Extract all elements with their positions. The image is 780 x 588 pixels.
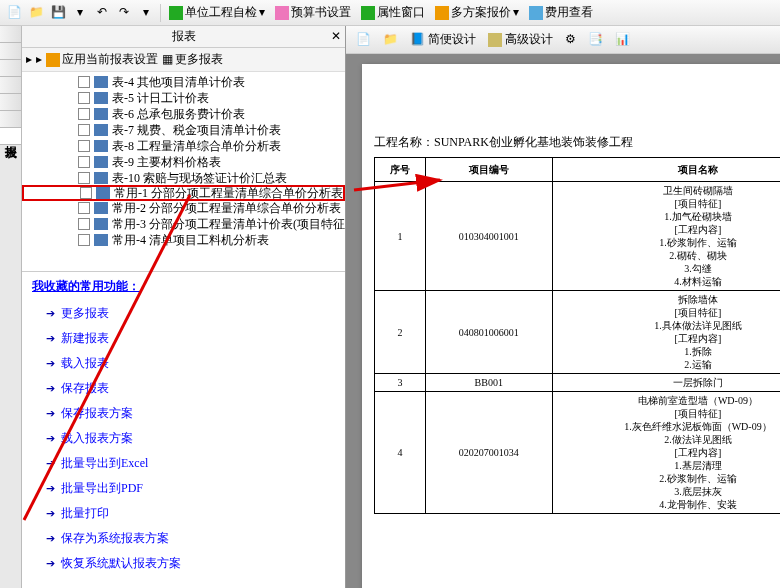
report-icon: [94, 234, 108, 246]
checkbox-icon[interactable]: [78, 140, 90, 152]
favorite-link[interactable]: ➔保存为系统报表方案: [32, 526, 335, 551]
checkbox-icon[interactable]: [78, 92, 90, 104]
export-icon[interactable]: 📁: [379, 30, 402, 49]
cell: 1: [375, 182, 426, 291]
report-icon: [94, 108, 108, 120]
favorite-link[interactable]: ➔批量导出到PDF: [32, 476, 335, 501]
report-table: 序号项目编号项目名称单位 1010304001001卫生间砖砌隔墙[项目特征]1…: [374, 157, 780, 514]
tree-item[interactable]: 常用-3 分部分项工程量清单计价表(项目特征: [22, 216, 345, 232]
arrow-icon: ➔: [46, 432, 55, 445]
collapse-icon[interactable]: ▸: [36, 52, 42, 67]
tab-fee-summary[interactable]: 费用汇总: [0, 111, 21, 128]
tab-other[interactable]: 其他项目: [0, 77, 21, 94]
cell: BB001: [425, 374, 552, 392]
cell: 020207001034: [425, 392, 552, 514]
favorite-link[interactable]: ➔批量导出到Excel: [32, 451, 335, 476]
tab-overview[interactable]: 工程概况: [0, 26, 21, 43]
apply-settings-button[interactable]: 应用当前报表设置: [46, 51, 158, 68]
checkbox-icon[interactable]: [78, 108, 90, 120]
tool-icon-2[interactable]: 📑: [584, 30, 607, 49]
tool-icon-1[interactable]: ⚙: [561, 30, 580, 49]
favorite-label: 批量导出到Excel: [61, 455, 148, 472]
dropdown-icon[interactable]: ▾: [70, 3, 90, 23]
checkbox-icon[interactable]: [78, 218, 90, 230]
redo-icon[interactable]: ↷: [114, 3, 134, 23]
self-check-button[interactable]: 单位工程自检▾: [165, 4, 269, 21]
expand-icon[interactable]: ▸: [26, 52, 32, 67]
favorite-link[interactable]: ➔载入报表方案: [32, 426, 335, 451]
tree-item[interactable]: 表-6 总承包服务费计价表: [22, 106, 345, 122]
tree-item[interactable]: 常用-2 分部分项工程量清单综合单价分析表: [22, 200, 345, 216]
preview-toolbar: 📄 📁 📘简便设计 高级设计 ⚙ 📑 📊 ⏮ ◀ ▶ ⏭: [346, 26, 780, 54]
report-icon: [96, 187, 110, 199]
arrow-icon: ➔: [46, 557, 55, 570]
panel-title: 报表: [172, 28, 196, 45]
tab-measures[interactable]: 措施项目: [0, 60, 21, 77]
checkbox-icon[interactable]: [78, 76, 90, 88]
arrow-icon: ➔: [46, 457, 55, 470]
more-reports-button[interactable]: ▦更多报表: [162, 51, 223, 68]
favorite-label: 恢复系统默认报表方案: [61, 555, 181, 572]
tree-item[interactable]: 表-4 其他项目清单计价表: [22, 74, 345, 90]
more-icon[interactable]: ▾: [136, 3, 156, 23]
tree-item[interactable]: 表-8 工程量清单综合单价分析表: [22, 138, 345, 154]
multi-quote-button[interactable]: 多方案报价▾: [431, 4, 523, 21]
arrow-icon: ➔: [46, 382, 55, 395]
page-icon[interactable]: 📄: [352, 30, 375, 49]
favorites-section: 我收藏的常用功能： ➔更多报表➔新建报表➔载入报表➔保存报表➔保存报表方案➔载入…: [22, 272, 345, 582]
checkbox-icon[interactable]: [78, 234, 90, 246]
table-row: 3BB001一层拆除门樘: [375, 374, 781, 392]
tree-item[interactable]: 表-7 规费、税金项目清单计价表: [22, 122, 345, 138]
report-icon: [94, 218, 108, 230]
col-header: 序号: [375, 158, 426, 182]
favorite-link[interactable]: ➔恢复系统默认报表方案: [32, 551, 335, 576]
favorite-link[interactable]: ➔载入报表: [32, 351, 335, 376]
advanced-design-button[interactable]: 高级设计: [484, 29, 557, 50]
budget-settings-button[interactable]: 预算书设置: [271, 4, 355, 21]
new-icon[interactable]: 📄: [4, 3, 24, 23]
checkbox-icon[interactable]: [78, 172, 90, 184]
favorite-link[interactable]: ➔保存报表: [32, 376, 335, 401]
arrow-icon: ➔: [46, 332, 55, 345]
tree-item[interactable]: 表-9 主要材料价格表: [22, 154, 345, 170]
cell: 3: [375, 374, 426, 392]
arrow-icon: ➔: [46, 482, 55, 495]
preview-area[interactable]: 分部 工程名称：SUNPARK创业孵化基地装饰装修工程 序号项目编号项目名称单位…: [346, 54, 780, 588]
property-window-button[interactable]: 属性窗口: [357, 4, 429, 21]
checkbox-icon[interactable]: [78, 156, 90, 168]
favorite-label: 批量打印: [61, 505, 109, 522]
report-panel: 报表 ✕ ▸ ▸ 应用当前报表设置 ▦更多报表 表-4 其他项目清单计价表表-5…: [22, 26, 346, 588]
tree-label: 表-9 主要材料价格表: [112, 154, 221, 171]
favorite-link[interactable]: ➔新建报表: [32, 326, 335, 351]
favorite-link[interactable]: ➔更多报表: [32, 301, 335, 326]
tree-label: 表-5 计日工计价表: [112, 90, 209, 107]
report-tree[interactable]: 表-4 其他项目清单计价表表-5 计日工计价表表-6 总承包服务费计价表表-7 …: [22, 72, 345, 272]
checkbox-icon[interactable]: [80, 187, 92, 199]
tree-item[interactable]: 表-5 计日工计价表: [22, 90, 345, 106]
report-icon: [94, 92, 108, 104]
save-icon[interactable]: 💾: [48, 3, 68, 23]
report-icon: [94, 124, 108, 136]
tree-item[interactable]: 常用-4 清单项目工料机分析表: [22, 232, 345, 248]
open-icon[interactable]: 📁: [26, 3, 46, 23]
favorite-label: 保存为系统报表方案: [61, 530, 169, 547]
favorite-link[interactable]: ➔批量打印: [32, 501, 335, 526]
favorite-link[interactable]: ➔保存报表方案: [32, 401, 335, 426]
tab-labor-material[interactable]: 人材机汇总: [0, 94, 21, 111]
cell: 一层拆除门: [552, 374, 780, 392]
undo-icon[interactable]: ↶: [92, 3, 112, 23]
tab-report[interactable]: 报表: [0, 128, 21, 145]
fee-view-button[interactable]: 费用查看: [525, 4, 597, 21]
tree-label: 表-4 其他项目清单计价表: [112, 74, 245, 91]
tool-icon-3[interactable]: 📊: [611, 30, 634, 49]
checkbox-icon[interactable]: [78, 202, 90, 214]
cell: 拆除墙体[项目特征]1.具体做法详见图纸[工程内容]1.拆除2.运输: [552, 291, 780, 374]
simple-design-button[interactable]: 📘简便设计: [406, 29, 480, 50]
close-icon[interactable]: ✕: [331, 29, 341, 44]
tab-divisions[interactable]: 分部分项: [0, 43, 21, 60]
tree-label: 表-7 规费、税金项目清单计价表: [112, 122, 281, 139]
project-line: 工程名称：SUNPARK创业孵化基地装饰装修工程: [374, 134, 780, 151]
favorite-label: 载入报表方案: [61, 430, 133, 447]
checkbox-icon[interactable]: [78, 124, 90, 136]
favorite-label: 更多报表: [61, 305, 109, 322]
